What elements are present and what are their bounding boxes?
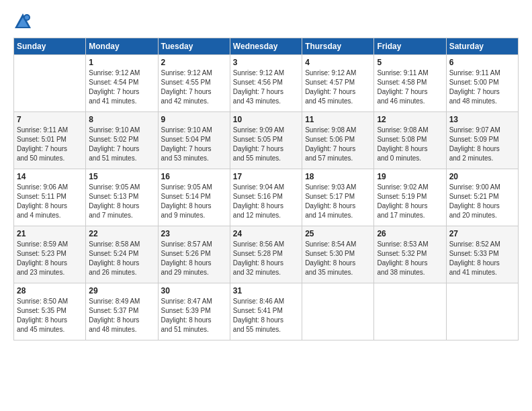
- day-number: 19: [377, 172, 443, 181]
- day-cell: [14, 55, 86, 112]
- week-row-5: 28Sunrise: 8:50 AM Sunset: 5:35 PM Dayli…: [14, 283, 519, 340]
- header: [13, 12, 519, 31]
- day-cell: 28Sunrise: 8:50 AM Sunset: 5:35 PM Dayli…: [14, 283, 86, 340]
- day-number: 21: [17, 229, 83, 238]
- day-cell: 9Sunrise: 9:10 AM Sunset: 5:04 PM Daylig…: [158, 112, 230, 169]
- day-cell: 23Sunrise: 8:57 AM Sunset: 5:26 PM Dayli…: [158, 226, 230, 283]
- day-number: 31: [233, 286, 299, 295]
- day-number: 2: [161, 58, 227, 67]
- day-cell: 22Sunrise: 8:58 AM Sunset: 5:24 PM Dayli…: [86, 226, 158, 283]
- day-info: Sunrise: 8:50 AM Sunset: 5:35 PM Dayligh…: [17, 297, 83, 334]
- day-cell: 2Sunrise: 9:12 AM Sunset: 4:55 PM Daylig…: [158, 55, 230, 112]
- day-number: 3: [233, 58, 299, 67]
- day-number: 12: [377, 115, 443, 124]
- day-number: 28: [17, 286, 83, 295]
- day-info: Sunrise: 9:12 AM Sunset: 4:57 PM Dayligh…: [305, 68, 371, 106]
- day-cell: 13Sunrise: 9:07 AM Sunset: 5:09 PM Dayli…: [446, 112, 518, 169]
- day-number: 29: [89, 286, 154, 295]
- day-number: 9: [161, 115, 227, 124]
- day-info: Sunrise: 9:08 AM Sunset: 5:08 PM Dayligh…: [377, 126, 443, 163]
- week-row-3: 14Sunrise: 9:06 AM Sunset: 5:11 PM Dayli…: [14, 169, 519, 226]
- day-number: 20: [449, 172, 515, 181]
- day-cell: 18Sunrise: 9:03 AM Sunset: 5:17 PM Dayli…: [302, 169, 374, 226]
- header-monday: Monday: [86, 38, 158, 55]
- day-cell: [446, 283, 518, 340]
- day-cell: 24Sunrise: 8:56 AM Sunset: 5:28 PM Dayli…: [230, 226, 302, 283]
- day-cell: 16Sunrise: 9:05 AM Sunset: 5:14 PM Dayli…: [158, 169, 230, 226]
- week-row-4: 21Sunrise: 8:59 AM Sunset: 5:23 PM Dayli…: [14, 226, 519, 283]
- day-cell: 1Sunrise: 9:12 AM Sunset: 4:54 PM Daylig…: [86, 55, 158, 112]
- main-container: SundayMondayTuesdayWednesdayThursdayFrid…: [0, 0, 532, 347]
- logo-icon: [13, 12, 32, 31]
- day-number: 18: [305, 172, 371, 181]
- day-cell: 30Sunrise: 8:47 AM Sunset: 5:39 PM Dayli…: [158, 283, 230, 340]
- day-info: Sunrise: 8:49 AM Sunset: 5:37 PM Dayligh…: [89, 297, 154, 334]
- day-number: 7: [17, 115, 83, 124]
- day-info: Sunrise: 9:05 AM Sunset: 5:13 PM Dayligh…: [89, 183, 154, 220]
- day-info: Sunrise: 8:47 AM Sunset: 5:39 PM Dayligh…: [161, 297, 227, 334]
- day-number: 30: [161, 286, 227, 295]
- day-cell: 3Sunrise: 9:12 AM Sunset: 4:56 PM Daylig…: [230, 55, 302, 112]
- day-info: Sunrise: 9:08 AM Sunset: 5:06 PM Dayligh…: [305, 126, 371, 163]
- day-number: 13: [449, 115, 515, 124]
- day-info: Sunrise: 9:10 AM Sunset: 5:04 PM Dayligh…: [161, 126, 227, 163]
- header-tuesday: Tuesday: [158, 38, 230, 55]
- day-cell: 20Sunrise: 9:00 AM Sunset: 5:21 PM Dayli…: [446, 169, 518, 226]
- day-info: Sunrise: 9:12 AM Sunset: 4:55 PM Dayligh…: [161, 68, 227, 106]
- header-sunday: Sunday: [14, 38, 86, 55]
- day-number: 8: [89, 115, 154, 124]
- day-info: Sunrise: 8:56 AM Sunset: 5:28 PM Dayligh…: [233, 240, 299, 277]
- day-cell: 6Sunrise: 9:11 AM Sunset: 5:00 PM Daylig…: [446, 55, 518, 112]
- day-number: 23: [161, 229, 227, 238]
- day-info: Sunrise: 9:02 AM Sunset: 5:19 PM Dayligh…: [377, 183, 443, 220]
- day-info: Sunrise: 9:11 AM Sunset: 5:00 PM Dayligh…: [449, 68, 515, 106]
- day-cell: [374, 283, 446, 340]
- day-cell: 25Sunrise: 8:54 AM Sunset: 5:30 PM Dayli…: [302, 226, 374, 283]
- day-number: 1: [89, 58, 154, 67]
- day-cell: 15Sunrise: 9:05 AM Sunset: 5:13 PM Dayli…: [86, 169, 158, 226]
- day-info: Sunrise: 8:53 AM Sunset: 5:32 PM Dayligh…: [377, 240, 443, 277]
- day-info: Sunrise: 9:12 AM Sunset: 4:54 PM Dayligh…: [89, 68, 154, 106]
- day-info: Sunrise: 8:57 AM Sunset: 5:26 PM Dayligh…: [161, 240, 227, 277]
- header-thursday: Thursday: [302, 38, 374, 55]
- day-info: Sunrise: 9:10 AM Sunset: 5:02 PM Dayligh…: [89, 126, 154, 163]
- day-number: 17: [233, 172, 299, 181]
- day-cell: 8Sunrise: 9:10 AM Sunset: 5:02 PM Daylig…: [86, 112, 158, 169]
- day-cell: 21Sunrise: 8:59 AM Sunset: 5:23 PM Dayli…: [14, 226, 86, 283]
- day-cell: 5Sunrise: 9:11 AM Sunset: 4:58 PM Daylig…: [374, 55, 446, 112]
- svg-point-3: [25, 15, 29, 19]
- day-info: Sunrise: 9:03 AM Sunset: 5:17 PM Dayligh…: [305, 183, 371, 220]
- day-info: Sunrise: 9:11 AM Sunset: 4:58 PM Dayligh…: [377, 68, 443, 106]
- day-info: Sunrise: 9:12 AM Sunset: 4:56 PM Dayligh…: [233, 68, 299, 106]
- day-info: Sunrise: 8:54 AM Sunset: 5:30 PM Dayligh…: [305, 240, 371, 277]
- day-info: Sunrise: 8:59 AM Sunset: 5:23 PM Dayligh…: [17, 240, 83, 277]
- day-cell: 31Sunrise: 8:46 AM Sunset: 5:41 PM Dayli…: [230, 283, 302, 340]
- day-info: Sunrise: 9:09 AM Sunset: 5:05 PM Dayligh…: [233, 126, 299, 163]
- day-info: Sunrise: 9:06 AM Sunset: 5:11 PM Dayligh…: [17, 183, 83, 220]
- day-cell: 27Sunrise: 8:52 AM Sunset: 5:33 PM Dayli…: [446, 226, 518, 283]
- day-cell: 19Sunrise: 9:02 AM Sunset: 5:19 PM Dayli…: [374, 169, 446, 226]
- day-cell: 14Sunrise: 9:06 AM Sunset: 5:11 PM Dayli…: [14, 169, 86, 226]
- day-number: 11: [305, 115, 371, 124]
- day-cell: 26Sunrise: 8:53 AM Sunset: 5:32 PM Dayli…: [374, 226, 446, 283]
- day-number: 16: [161, 172, 227, 181]
- day-cell: [302, 283, 374, 340]
- week-row-1: 1Sunrise: 9:12 AM Sunset: 4:54 PM Daylig…: [14, 55, 519, 112]
- header-row: SundayMondayTuesdayWednesdayThursdayFrid…: [14, 38, 519, 55]
- day-info: Sunrise: 8:58 AM Sunset: 5:24 PM Dayligh…: [89, 240, 154, 277]
- header-saturday: Saturday: [446, 38, 518, 55]
- day-info: Sunrise: 9:00 AM Sunset: 5:21 PM Dayligh…: [449, 183, 515, 220]
- logo: [13, 12, 35, 31]
- day-number: 22: [89, 229, 154, 238]
- day-info: Sunrise: 9:04 AM Sunset: 5:16 PM Dayligh…: [233, 183, 299, 220]
- day-info: Sunrise: 8:52 AM Sunset: 5:33 PM Dayligh…: [449, 240, 515, 277]
- day-cell: 10Sunrise: 9:09 AM Sunset: 5:05 PM Dayli…: [230, 112, 302, 169]
- day-number: 5: [377, 58, 443, 67]
- week-row-2: 7Sunrise: 9:11 AM Sunset: 5:01 PM Daylig…: [14, 112, 519, 169]
- day-info: Sunrise: 9:11 AM Sunset: 5:01 PM Dayligh…: [17, 126, 83, 163]
- day-number: 24: [233, 229, 299, 238]
- day-number: 4: [305, 58, 371, 67]
- day-number: 27: [449, 229, 515, 238]
- day-number: 14: [17, 172, 83, 181]
- calendar-table: SundayMondayTuesdayWednesdayThursdayFrid…: [13, 38, 519, 340]
